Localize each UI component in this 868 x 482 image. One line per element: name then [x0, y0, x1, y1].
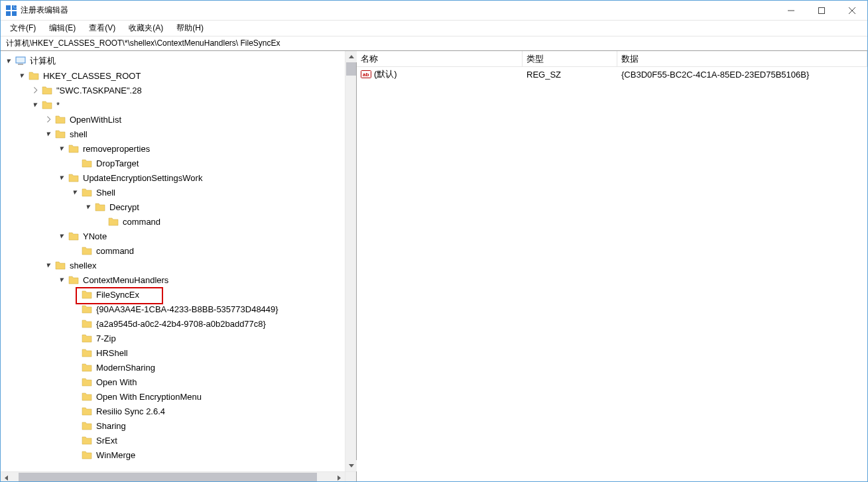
tree-node-filesyncex[interactable]: FileSyncEx: [1, 287, 356, 302]
tree-label: 计算机: [29, 54, 57, 68]
value-name: (默认): [374, 68, 397, 80]
chevron-down-icon[interactable]: [58, 275, 67, 284]
scroll-down-button[interactable]: [345, 460, 357, 471]
tree-label: FileSyncEx: [95, 289, 141, 300]
tree-node-7zip[interactable]: 7-Zip: [1, 331, 356, 345]
tree-leaf: [71, 377, 80, 387]
minimize-button[interactable]: [776, 1, 806, 21]
chevron-down-icon[interactable]: [58, 231, 67, 241]
menu-file[interactable]: 文件(F): [6, 21, 40, 35]
scroll-right-button[interactable]: [334, 472, 345, 482]
folder-icon: [82, 245, 92, 256]
folder-icon: [55, 260, 66, 271]
tree-node-cmh[interactable]: ContextMenuHandlers: [1, 272, 356, 287]
svg-rect-10: [819, 7, 825, 13]
tree-node-shell2[interactable]: Shell: [1, 185, 356, 200]
menu-edit[interactable]: 编辑(E): [45, 21, 80, 35]
column-header-type[interactable]: 类型: [523, 51, 617, 66]
chevron-down-icon[interactable]: [44, 129, 54, 139]
tree-leaf: [71, 421, 80, 430]
folder-icon: [82, 158, 92, 168]
tree-node-swc[interactable]: "SWC.TASKPANE".28: [1, 83, 356, 97]
tree-node-modernsharing[interactable]: ModernSharing: [1, 360, 356, 375]
tree-label: HRShell: [95, 347, 129, 359]
chevron-right-icon[interactable]: [44, 115, 54, 124]
tree-node-openwith[interactable]: Open With: [1, 375, 356, 389]
chevron-down-icon[interactable]: [18, 71, 27, 80]
tree-node-openwithenc[interactable]: Open With EncryptionMenu: [1, 389, 356, 404]
tree-node-resilio[interactable]: Resilio Sync 2.6.4: [1, 404, 356, 418]
folder-icon: [82, 289, 92, 300]
tree-leaf: [71, 406, 80, 416]
tree-label: ContextMenuHandlers: [82, 274, 170, 286]
tree-node-shell[interactable]: shell: [1, 127, 356, 141]
tree-node-removeproperties[interactable]: removeproperties: [1, 141, 356, 156]
tree-scrollbar-vertical[interactable]: [345, 51, 356, 471]
tree-node-guid2[interactable]: {a2a9545d-a0c2-42b4-9708-a0b2badd77c8}: [1, 316, 356, 331]
tree-node-openwithlist[interactable]: OpenWithList: [1, 112, 356, 127]
tree-node-ynote[interactable]: YNote: [1, 229, 356, 243]
chevron-down-icon[interactable]: [31, 100, 40, 109]
menu-view[interactable]: 查看(V): [85, 21, 119, 35]
chevron-down-icon[interactable]: [58, 144, 67, 153]
tree-leaf: [71, 436, 80, 445]
chevron-right-icon[interactable]: [31, 86, 40, 95]
tree-pane: 计算机 HKEY_CLASSES_ROOT "SWC.TASKPANE".28 …: [1, 51, 357, 482]
tree-node-command2[interactable]: command: [1, 243, 356, 258]
scroll-up-button[interactable]: [345, 51, 357, 62]
window-title: 注册表编辑器: [21, 5, 776, 16]
column-header-name[interactable]: 名称: [357, 51, 523, 66]
tree-node-sharing[interactable]: Sharing: [1, 418, 356, 433]
menu-help[interactable]: 帮助(H): [172, 21, 208, 35]
tree-leaf: [71, 304, 80, 314]
tree-leaf: [71, 333, 80, 343]
folder-icon: [82, 391, 92, 402]
tree-node-shellex[interactable]: shellex: [1, 258, 356, 272]
scroll-thumb-horizontal[interactable]: [19, 473, 317, 482]
tree-node-updateenc[interactable]: UpdateEncryptionSettingsWork: [1, 170, 356, 185]
chevron-down-icon[interactable]: [84, 202, 93, 211]
tree-label: command: [121, 216, 162, 227]
folder-icon: [82, 347, 92, 358]
tree-node-decrypt[interactable]: Decrypt: [1, 200, 356, 214]
folder-icon: [55, 129, 66, 139]
folder-icon: [82, 450, 92, 460]
tree-label: Open With EncryptionMenu: [95, 391, 203, 402]
tree-node-star[interactable]: *: [1, 97, 356, 112]
tree-node-hrshell[interactable]: HRShell: [1, 345, 356, 360]
maximize-button[interactable]: [806, 1, 837, 21]
tree-node-srext[interactable]: SrExt: [1, 433, 356, 448]
cell-data: {CB3D0F55-BC2C-4C1A-85ED-23ED75B5106B}: [617, 70, 867, 80]
tree-node-hkcr[interactable]: HKEY_CLASSES_ROOT: [1, 68, 356, 83]
tree-node-computer[interactable]: 计算机: [1, 54, 356, 68]
tree-label: removeproperties: [82, 143, 151, 154]
folder-icon: [82, 362, 92, 373]
chevron-down-icon[interactable]: [5, 56, 14, 66]
tree-node-guid1[interactable]: {90AA3A4E-1CBA-4233-B8BB-535773D48449}: [1, 302, 356, 316]
list-row[interactable]: (默认) REG_SZ {CB3D0F55-BC2C-4C1A-85ED-23E…: [357, 67, 867, 82]
tree-label: OpenWithList: [68, 114, 123, 125]
scroll-left-button[interactable]: [1, 472, 12, 482]
scroll-thumb-vertical[interactable]: [346, 62, 356, 76]
tree-label: Open With: [95, 377, 138, 388]
tree-node-winmerge[interactable]: WinMerge: [1, 448, 356, 462]
column-header-data[interactable]: 数据: [617, 51, 867, 66]
menu-favorites[interactable]: 收藏夹(A): [125, 21, 167, 35]
tree-view[interactable]: 计算机 HKEY_CLASSES_ROOT "SWC.TASKPANE".28 …: [1, 51, 356, 482]
tree-leaf: [97, 217, 107, 226]
tree-leaf: [71, 319, 80, 328]
chevron-down-icon[interactable]: [71, 188, 80, 197]
folder-icon: [82, 377, 92, 387]
tree-node-droptarget[interactable]: DropTarget: [1, 156, 356, 170]
cell-name: (默认): [357, 68, 523, 80]
address-bar[interactable]: 计算机\HKEY_CLASSES_ROOT\*\shellex\ContextM…: [1, 36, 867, 51]
tree-scrollbar-horizontal[interactable]: [1, 471, 356, 482]
titlebar: 注册表编辑器: [1, 1, 867, 21]
chevron-down-icon[interactable]: [58, 173, 67, 182]
folder-icon: [68, 274, 79, 285]
close-button[interactable]: [837, 1, 867, 21]
chevron-down-icon[interactable]: [44, 261, 54, 270]
tree-label: Shell: [95, 187, 117, 198]
tree-node-command1[interactable]: command: [1, 214, 356, 229]
folder-icon: [82, 333, 92, 343]
